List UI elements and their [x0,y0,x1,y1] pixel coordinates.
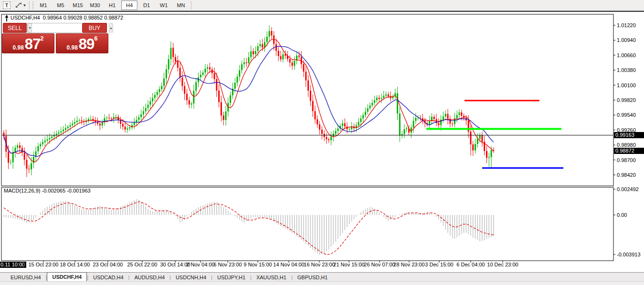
candle-body [292,62,293,66]
candle-body [138,117,139,120]
time-axis-label: 3 Dec 15:00 [425,262,453,267]
price-axis-label: 0.99820 [617,97,636,103]
timeframe-button-w1[interactable]: W1 [156,0,172,10]
sell-price-prefix: 0.98 [12,44,23,51]
timeframe-button-h1[interactable]: H1 [104,0,120,10]
candle-body [14,148,16,152]
candle-body [259,44,261,46]
symbol-ohlc-header: USDCHF,H4 0.98964 0.99028 0.98852 0.9887… [11,15,123,20]
candle-body [236,77,238,83]
candle-body [140,114,142,117]
volume-increase-button[interactable]: ▲ [109,23,113,32]
candle-body [447,114,449,119]
candle-body [221,102,222,115]
tab-usdchf[interactable]: USDCHF,H4 [47,272,87,282]
candle-body [106,118,107,118]
tab-xauusd[interactable]: XAUUSD,H1 [252,273,291,282]
price-axis-label: 0.98700 [617,157,636,163]
tile-windows-icon[interactable]: ▼ [13,1,28,10]
candle-body [40,144,41,146]
candle-body [362,115,364,119]
candle-body [271,31,272,35]
candle-body [189,100,190,104]
macd-pane-frame [1,187,613,261]
tab-usdcnh[interactable]: USDCNH,H4 [171,273,211,282]
candle-body [337,129,338,131]
candle-body [149,102,151,105]
tab-eurusd[interactable]: EURUSD,H4 [6,273,46,282]
candle-body [157,92,158,95]
candle-body [360,119,361,122]
time-axis-label: 16 Nov 23:00 [304,262,335,267]
candle-body [99,124,101,126]
candle-body [72,123,73,125]
chevron-down-icon: ▼ [23,3,27,8]
toolbar-separator [191,1,191,10]
timeframe-button-m30[interactable]: M30 [87,0,103,10]
candle-body [120,121,121,124]
tab-gbpusd[interactable]: GBPUSD,H1 [293,273,333,282]
price-axis-label: 1.00380 [617,67,636,73]
candle-body [42,142,43,144]
candle-body [179,68,181,78]
tab-audusd[interactable]: AUDUSD,H4 [129,273,169,282]
partial-time-label: 8 [23,262,26,267]
candle-body [445,114,446,116]
candle-body [397,93,398,114]
candle-body [17,145,18,148]
candle-body [47,139,48,141]
candle-body [79,120,80,121]
candle-body [479,135,481,139]
candle-body [111,118,112,119]
volume-decrease-button[interactable]: ▼ [28,23,32,32]
candle-body [266,37,268,42]
timeframe-button-h4[interactable]: H4 [121,0,137,10]
chart-tabs-bar: EURUSD,H4|USDCHF,H4|USDCAD,H4|AUDUSD,H4|… [0,272,644,282]
candle-body [166,70,167,79]
price-axis-label: 1.00660 [617,52,636,58]
candle-body [200,75,201,77]
candle-body [37,146,39,152]
sell-button[interactable]: SELL [3,23,27,33]
text-label-tool-icon[interactable]: T [2,1,11,10]
timeframe-button-d1[interactable]: D1 [138,0,155,10]
candle-body [370,105,371,108]
timeframe-button-m1[interactable]: M1 [35,0,52,10]
candle-body [154,95,156,98]
toolbar-grip-handle[interactable] [32,1,34,9]
candle-body [321,130,323,134]
time-axis-label: 14 Nov 04:00 [273,262,304,267]
timeframe-toolbar: T ▼ M1M5M15M30H1H4D1W1MN [0,0,644,11]
candle-body [438,123,439,125]
candle-body [223,115,224,120]
candle-body [328,139,329,140]
candle-body [275,44,277,51]
candle-body [65,128,66,130]
timeframe-button-m15[interactable]: M15 [70,0,86,10]
timeframe-button-m5[interactable]: M5 [53,0,69,10]
candle-body [31,163,32,170]
tab-usdjpy[interactable]: USDJPY,H1 [212,273,250,282]
buy-price-box[interactable]: 0.98 89 6 [56,33,108,53]
sell-price-box[interactable]: 0.98 87 2 [2,33,54,53]
timeframe-button-mn[interactable]: MN [173,0,189,10]
candle-body [145,108,147,112]
crosshair-time-label: 0.11 10:00 [0,262,26,268]
candle-body [303,64,305,71]
candle-body [381,98,382,99]
candle-body [317,119,318,124]
candle-body [250,51,252,57]
price-axis-label: 0.98420 [617,172,636,178]
time-axis-label: 2 Nov 04:00 [186,262,214,267]
candle-body [347,126,348,129]
price-axis-label: 1.01220 [617,22,636,28]
buy-button[interactable]: BUY [82,23,107,33]
candle-body [411,128,412,133]
candle-body [58,132,60,134]
candle-body [184,86,185,94]
candle-body [319,124,320,130]
candle-body [348,129,350,130]
candle-body [314,111,316,119]
time-axis-label: 15 Oct 23:00 [29,262,59,267]
tab-usdcad[interactable]: USDCAD,H4 [88,273,128,282]
